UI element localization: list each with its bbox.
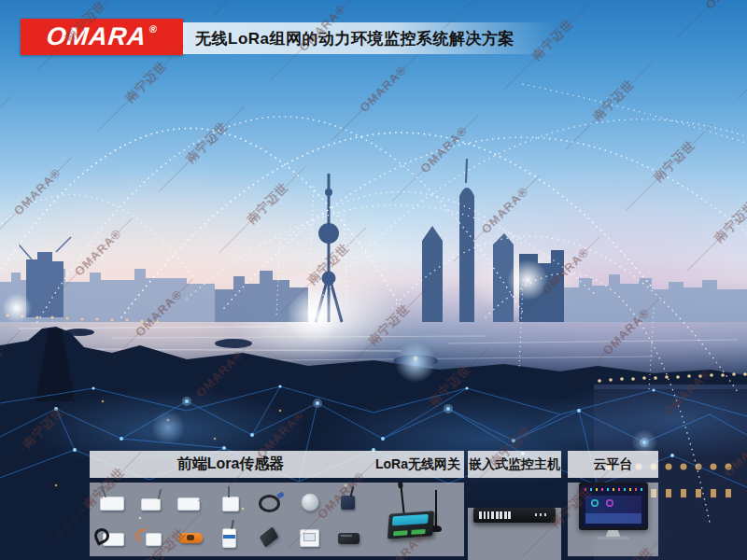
lora-box-antenna-sensor-icon	[213, 486, 248, 517]
sensor-cable-icon	[252, 486, 288, 517]
lora-panel-display-sensor-icon	[292, 522, 328, 553]
lora-din-rail-sensor-icon	[213, 522, 248, 553]
registered-mark: ®	[148, 23, 158, 35]
embedded-monitoring-host-icon	[473, 508, 556, 523]
dashboard-screen	[579, 483, 648, 530]
sensor-thumb-row-2	[94, 522, 367, 553]
poster-title: 无线LoRa组网的动力环境监控系统解决方案	[183, 28, 514, 49]
panel-embedded-host: 嵌入式监控主机	[468, 451, 561, 560]
far-skyline	[0, 159, 747, 322]
lora-flat-node-icon	[252, 522, 288, 553]
brand-logo: OMARA®	[21, 19, 183, 55]
panel-header-host: 嵌入式监控主机	[468, 451, 561, 478]
lora-gateway-icon	[381, 483, 456, 552]
panel-header-gateway: LoRa无线网关	[372, 451, 464, 478]
panel-body-gateway	[372, 483, 464, 556]
gateway-whip-antenna-icon	[435, 490, 437, 527]
cloud-dashboard-monitor-icon	[579, 483, 648, 539]
sensor-thumb-row-1	[94, 486, 367, 517]
title-band: 无线LoRa组网的动力环境监控系统解决方案	[183, 22, 555, 54]
panel-body-host	[468, 508, 561, 560]
panel-body-cloud	[568, 483, 658, 556]
panel-front-end-sensors: 前端Lora传感器	[90, 451, 372, 556]
lora-dark-cube-sensor-icon	[331, 486, 367, 517]
brand-logo-text: OMARA®	[46, 24, 159, 49]
dome-smoke-sensor-icon	[292, 486, 328, 517]
lora-temp-humidity-sensor-icon	[94, 486, 130, 517]
panel-body-sensors	[90, 483, 372, 556]
monitor-stand	[606, 530, 621, 537]
lora-clamp-sensor-icon	[94, 522, 130, 553]
lora-black-node-icon	[331, 522, 367, 553]
panel-lora-gateway: LoRa无线网关	[372, 451, 464, 556]
gateway-body	[387, 511, 433, 539]
lora-small-box-sensor-icon	[134, 486, 169, 517]
lora-probe-sensor-icon	[174, 486, 209, 517]
panel-cloud-platform: 云平台	[568, 451, 658, 556]
poster: OMARA® 无线LoRa组网的动力环境监控系统解决方案 前端Lora传感器	[0, 0, 747, 560]
orange-ct-strap-sensor-icon	[174, 522, 209, 553]
gateway-antenna-icon	[400, 484, 404, 514]
monitor-base	[598, 537, 629, 539]
panel-header-sensors: 前端Lora传感器	[90, 451, 372, 478]
lora-wire-sensor-icon	[134, 522, 169, 553]
panel-header-cloud: 云平台	[568, 451, 658, 478]
